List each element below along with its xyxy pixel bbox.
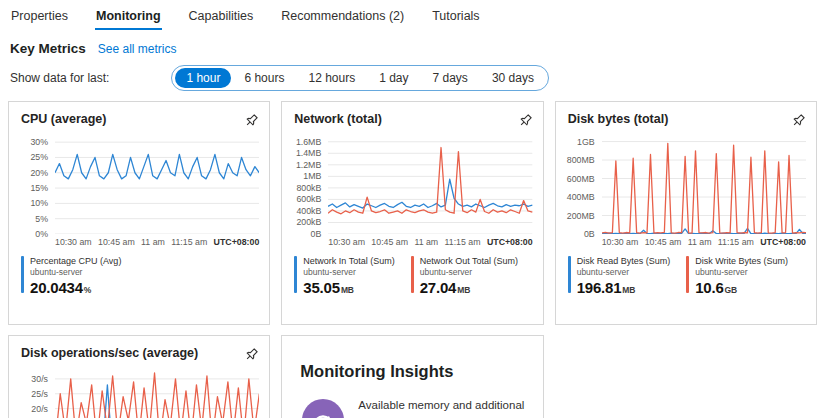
time-range-pill-group: 1 hour 6 hours 12 hours 1 day 7 days 30 … — [171, 65, 549, 91]
time-range-1-hour[interactable]: 1 hour — [175, 68, 231, 88]
legend-color-bar — [294, 256, 297, 293]
tab-tutorials[interactable]: Tutorials — [431, 0, 480, 30]
cpu-card-title: CPU (average) — [21, 112, 106, 126]
legend-metric-name: Disk Write Bytes (Sum) — [695, 256, 788, 266]
disk-bytes-legend: Disk Read Bytes (Sum) ubuntu-server 196.… — [556, 247, 816, 296]
legend-value: 20.0434% — [30, 279, 121, 296]
disk-bytes-card-title: Disk bytes (total) — [568, 112, 669, 126]
pin-icon[interactable] — [244, 347, 259, 362]
legend-item: Network In Total (Sum) ubuntu-server 35.… — [294, 256, 394, 296]
disk-ops-card-title: Disk operations/sec (average) — [21, 346, 198, 360]
see-all-metrics-link[interactable]: See all metrics — [98, 42, 177, 56]
disk-ops-card: Disk operations/sec (average) 0/s5/s10/s… — [8, 335, 270, 418]
insights-description: Available memory and additional detailed… — [358, 397, 524, 418]
legend-resource-name: ubuntu-server — [30, 267, 121, 277]
legend-item: Disk Write Bytes (Sum) ubuntu-server 10.… — [686, 256, 788, 296]
disk-ops-chart-plot[interactable] — [55, 370, 259, 418]
legend-resource-name: ubuntu-server — [420, 267, 518, 277]
legend-value: 27.04MB — [420, 279, 518, 296]
network-legend: Network In Total (Sum) ubuntu-server 35.… — [282, 247, 542, 296]
pin-icon[interactable] — [518, 113, 533, 128]
tab-monitoring[interactable]: Monitoring — [95, 0, 162, 30]
network-card: Network (total) 0B200kB400kB600kB800kB1M… — [281, 101, 543, 325]
insights-gauge-icon — [300, 397, 346, 418]
time-range-30-days[interactable]: 30 days — [481, 68, 545, 88]
legend-metric-name: Network Out Total (Sum) — [420, 256, 518, 266]
metric-cards-grid: CPU (average) 0%5%10%15%20%25%30% 10:30 … — [0, 91, 825, 418]
time-range-7-days[interactable]: 7 days — [422, 68, 479, 88]
pin-icon[interactable] — [791, 113, 806, 128]
time-range-12-hours[interactable]: 12 hours — [297, 68, 366, 88]
time-range-label: Show data for last: — [10, 71, 109, 85]
time-range-6-hours[interactable]: 6 hours — [233, 68, 295, 88]
monitoring-insights-card: Monitoring Insights Available memory and… — [281, 335, 543, 418]
legend-color-bar — [568, 256, 571, 293]
cpu-card: CPU (average) 0%5%10%15%20%25%30% 10:30 … — [8, 101, 270, 325]
legend-resource-name: ubuntu-server — [577, 267, 671, 277]
legend-color-bar — [686, 256, 689, 293]
disk-bytes-y-axis: 0B200MB400MB600MB800MB1GB — [556, 136, 602, 234]
legend-value: 10.6GB — [695, 279, 788, 296]
legend-item: Disk Read Bytes (Sum) ubuntu-server 196.… — [568, 256, 671, 296]
legend-resource-name: ubuntu-server — [695, 267, 788, 277]
time-range-row: Show data for last: 1 hour 6 hours 12 ho… — [0, 56, 825, 91]
legend-item: Percentage CPU (Avg) ubuntu-server 20.04… — [21, 256, 121, 296]
key-metrics-header: Key Metrics See all metrics — [0, 30, 825, 56]
time-range-1-day[interactable]: 1 day — [368, 68, 419, 88]
tab-bar: Properties Monitoring Capabilities Recom… — [0, 0, 825, 30]
network-chart-plot[interactable] — [328, 136, 532, 234]
tab-capabilities[interactable]: Capabilities — [188, 0, 255, 30]
disk-ops-y-axis: 0/s5/s10/s15/s20/s25/s30/s — [9, 370, 55, 418]
legend-metric-name: Network In Total (Sum) — [303, 256, 394, 266]
network-card-title: Network (total) — [294, 112, 382, 126]
tab-recommendations[interactable]: Recommendations (2) — [280, 0, 405, 30]
network-y-axis: 0B200kB400kB600kB800kB1MB1.2MB1.4MB1.6MB — [282, 136, 328, 234]
cpu-y-axis: 0%5%10%15%20%25%30% — [9, 136, 55, 234]
legend-resource-name: ubuntu-server — [303, 267, 394, 277]
insights-title: Monitoring Insights — [300, 362, 524, 381]
disk-bytes-x-axis: 10:30 am10:45 am11 am11:15 amUTC+08:00 — [602, 237, 806, 247]
cpu-x-axis: 10:30 am10:45 am11 am11:15 amUTC+08:00 — [55, 237, 259, 247]
legend-value: 196.81MB — [577, 279, 671, 296]
legend-metric-name: Percentage CPU (Avg) — [30, 256, 121, 266]
legend-color-bar — [21, 256, 24, 293]
legend-color-bar — [411, 256, 414, 293]
legend-item: Network Out Total (Sum) ubuntu-server 27… — [411, 256, 518, 296]
key-metrics-title: Key Metrics — [10, 41, 86, 56]
disk-bytes-chart-plot[interactable] — [602, 136, 806, 234]
legend-metric-name: Disk Read Bytes (Sum) — [577, 256, 671, 266]
network-x-axis: 10:30 am10:45 am11 am11:15 amUTC+08:00 — [328, 237, 532, 247]
pin-icon[interactable] — [244, 113, 259, 128]
disk-bytes-card: Disk bytes (total) 0B200MB400MB600MB800M… — [555, 101, 817, 325]
tab-properties[interactable]: Properties — [10, 0, 69, 30]
legend-value: 35.05MB — [303, 279, 394, 296]
cpu-chart-plot[interactable] — [55, 136, 259, 234]
cpu-legend: Percentage CPU (Avg) ubuntu-server 20.04… — [9, 247, 269, 296]
